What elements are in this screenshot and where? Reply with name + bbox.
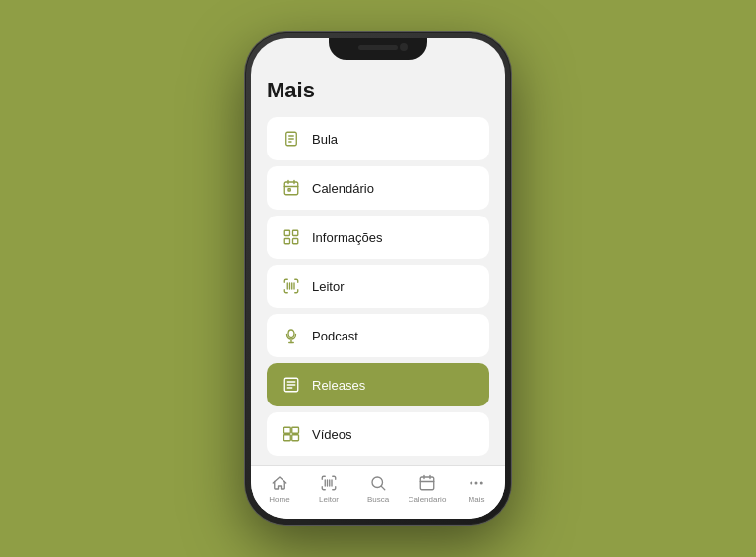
svg-point-17 bbox=[288, 330, 294, 338]
nav-item-busca-label: Busca bbox=[367, 495, 389, 504]
calendar-icon bbox=[281, 177, 302, 199]
menu-item-releases-label: Releases bbox=[312, 378, 365, 393]
phone-notch bbox=[329, 38, 427, 60]
svg-rect-24 bbox=[284, 427, 291, 433]
menu-item-bula-label: Bula bbox=[312, 132, 338, 147]
menu-item-leitor-label: Leitor bbox=[312, 279, 345, 294]
camera bbox=[400, 43, 408, 51]
info-grid-icon bbox=[281, 226, 302, 248]
menu-item-informacoes[interactable]: Informações bbox=[267, 216, 489, 259]
menu-item-informacoes-label: Informações bbox=[312, 230, 383, 245]
page-title: Mais bbox=[267, 78, 489, 103]
speaker bbox=[358, 45, 398, 50]
video-grid-icon bbox=[281, 423, 302, 445]
screen-content: Mais Bula bbox=[251, 38, 505, 519]
bottom-nav: Home bbox=[251, 465, 505, 519]
svg-rect-34 bbox=[420, 477, 434, 490]
nav-item-leitor[interactable]: Leitor bbox=[304, 473, 353, 504]
menu-item-calendario[interactable]: Calendário bbox=[267, 166, 489, 210]
nav-item-busca[interactable]: Busca bbox=[353, 473, 403, 504]
nav-item-mais-label: Mais bbox=[469, 495, 485, 504]
svg-point-40 bbox=[481, 482, 483, 484]
menu-list: Bula Calendár bbox=[267, 117, 489, 456]
menu-item-videos[interactable]: Vídeos bbox=[267, 412, 489, 456]
phone-screen: Mais Bula bbox=[251, 38, 505, 519]
svg-rect-25 bbox=[292, 427, 299, 433]
nav-item-mais[interactable]: Mais bbox=[452, 473, 501, 504]
barcode-icon bbox=[281, 276, 302, 297]
svg-rect-9 bbox=[284, 230, 289, 235]
nav-item-calendario-label: Calendario bbox=[409, 495, 447, 504]
nav-item-leitor-label: Leitor bbox=[319, 495, 339, 504]
svg-rect-12 bbox=[293, 239, 298, 244]
svg-rect-11 bbox=[284, 239, 289, 244]
barcode-nav-icon bbox=[319, 473, 339, 493]
home-nav-icon bbox=[270, 473, 289, 493]
svg-rect-26 bbox=[284, 435, 291, 441]
nav-item-home-label: Home bbox=[269, 495, 289, 504]
nav-item-home[interactable]: Home bbox=[255, 473, 304, 504]
svg-point-39 bbox=[475, 482, 477, 484]
svg-rect-8 bbox=[288, 189, 290, 191]
microphone-icon bbox=[281, 325, 302, 346]
search-nav-icon bbox=[368, 473, 388, 493]
content-area: Mais Bula bbox=[251, 66, 505, 465]
newspaper-icon bbox=[281, 374, 302, 396]
menu-item-videos-label: Vídeos bbox=[312, 427, 351, 442]
phone-device: Mais Bula bbox=[245, 32, 511, 525]
menu-item-leitor[interactable]: Leitor bbox=[267, 265, 489, 308]
menu-item-releases[interactable]: Releases bbox=[267, 363, 489, 406]
svg-point-38 bbox=[471, 482, 472, 484]
nav-item-calendario[interactable]: Calendario bbox=[403, 473, 452, 504]
menu-item-bula[interactable]: Bula bbox=[267, 117, 489, 160]
calendar-nav-icon bbox=[417, 473, 437, 493]
more-nav-icon bbox=[467, 473, 486, 493]
svg-rect-4 bbox=[284, 182, 298, 195]
menu-item-calendario-label: Calendário bbox=[312, 181, 374, 196]
document-icon bbox=[281, 128, 302, 150]
menu-item-podcast-label: Podcast bbox=[312, 329, 358, 343]
svg-rect-10 bbox=[293, 230, 298, 235]
menu-item-podcast[interactable]: Podcast bbox=[267, 314, 489, 357]
svg-rect-27 bbox=[292, 435, 299, 441]
svg-line-33 bbox=[381, 486, 384, 489]
